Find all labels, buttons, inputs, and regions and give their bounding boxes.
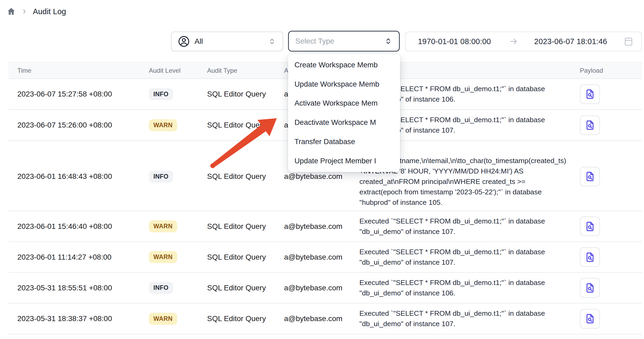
file-search-icon [584,88,596,100]
audit-comment: Executed `"SELECT * FROM db_ui_demo.t1;"… [359,212,576,241]
arrow-right-icon [509,36,519,47]
type-filter-placeholder: Select Type [295,37,334,45]
file-search-icon [584,221,596,232]
file-search-icon [584,171,596,182]
table-row: 2023-05-31 18:38:37 +08:00 WARN SQL Edit… [8,303,642,334]
audit-actor: a@bytebase.com [284,172,359,181]
audit-actor: a@bytebase.com [284,253,359,261]
payload-view-button[interactable] [580,84,600,104]
menu-item-deactivate-workspace-member[interactable]: Deactivate Workspace M [288,113,400,132]
audit-actor: a@bytebase.com [284,314,359,323]
payload-view-button[interactable] [580,247,600,267]
chevrons-up-down-icon [268,37,276,46]
payload-view-button[interactable] [580,167,600,186]
audit-type: SQL Editor Query [207,172,284,181]
audit-type: SQL Editor Query [207,121,284,129]
chevrons-up-down-icon [384,37,393,45]
audit-level-badge: WARN [149,119,177,131]
user-circle-icon [178,36,190,47]
menu-item-transfer-database[interactable]: Transfer Database [288,132,400,151]
audit-level-badge: WARN [149,251,177,263]
chevron-right-icon [21,8,28,15]
audit-time: 2023-05-31 18:38:37 +08:00 [8,314,149,323]
audit-comment: Executed `"SELECT * FROM db_ui_demo.t1;"… [359,304,576,333]
table-row: 2023-06-01 15:46:40 +08:00 WARN SQL Edit… [8,211,642,242]
audit-time: 2023-06-01 11:14:27 +08:00 [8,253,149,261]
actor-filter-value: All [195,37,203,46]
file-search-icon [584,120,596,131]
col-header-audit-level: Audit Level [149,67,207,74]
type-filter-select[interactable]: Select Type [288,31,400,52]
audit-level-badge: INFO [149,171,173,183]
date-range-end[interactable]: 2023-06-07 18:01:46 [534,37,607,46]
table-row: 2023-05-31 18:55:51 +08:00 INFO SQL Edit… [8,273,642,303]
payload-view-button[interactable] [580,278,600,298]
date-range-picker[interactable]: 1970-01-01 08:00:00 2023-06-07 18:01:46 [405,32,642,51]
audit-time: 2023-06-07 15:27:58 +08:00 [8,90,149,98]
audit-type: SQL Editor Query [207,90,284,98]
audit-level-badge: INFO [149,88,173,100]
audit-level-badge: WARN [149,220,177,232]
col-header-audit-type: Audit Type [207,67,284,74]
audit-level-badge: WARN [149,313,177,325]
audit-type: SQL Editor Query [207,314,284,323]
audit-time: 2023-06-01 16:48:43 +08:00 [8,172,149,181]
audit-time: 2023-06-01 15:46:40 +08:00 [8,222,149,231]
audit-time: 2023-05-31 18:55:51 +08:00 [8,284,149,292]
audit-level-badge: INFO [149,282,173,294]
audit-type: SQL Editor Query [207,253,284,261]
col-header-time: Time [8,67,149,74]
audit-actor: a@bytebase.com [284,222,359,231]
date-range-start[interactable]: 1970-01-01 08:00:00 [418,37,491,46]
audit-comment: Executed `"SELECT * FROM db_ui_demo.t1;"… [359,242,576,272]
file-search-icon [584,282,596,294]
payload-view-button[interactable] [580,309,600,329]
actor-filter-select[interactable]: All [171,32,283,51]
calendar-icon[interactable] [623,36,634,47]
audit-type: SQL Editor Query [207,222,284,231]
file-search-icon [584,252,596,263]
type-filter-dropdown-menu: Create Workspace Memb Update Workspace M… [288,54,400,172]
home-icon[interactable] [7,7,16,16]
file-search-icon [584,313,596,324]
audit-time: 2023-06-07 15:26:00 +08:00 [8,121,149,129]
audit-comment: Executed `"SELECT * FROM db_ui_demo.t1;"… [359,273,576,303]
breadcrumb: Audit Log [7,7,66,16]
audit-actor: a@bytebase.com [284,284,359,292]
menu-item-update-project-member[interactable]: Update Project Member I [288,151,400,171]
table-row: 2023-06-01 11:14:27 +08:00 WARN SQL Edit… [8,242,642,273]
col-header-payload: Payload [576,67,642,74]
menu-item-create-workspace-member[interactable]: Create Workspace Memb [288,55,400,75]
menu-item-activate-workspace-member[interactable]: Activate Workspace Mem [288,94,400,113]
payload-view-button[interactable] [580,115,600,135]
audit-type: SQL Editor Query [207,284,284,292]
page-title: Audit Log [33,7,66,16]
menu-item-update-workspace-member[interactable]: Update Workspace Memb [288,75,400,94]
audit-log-page: Audit Log All Select Type 1970-01-01 08:… [0,0,644,339]
payload-view-button[interactable] [580,217,600,236]
